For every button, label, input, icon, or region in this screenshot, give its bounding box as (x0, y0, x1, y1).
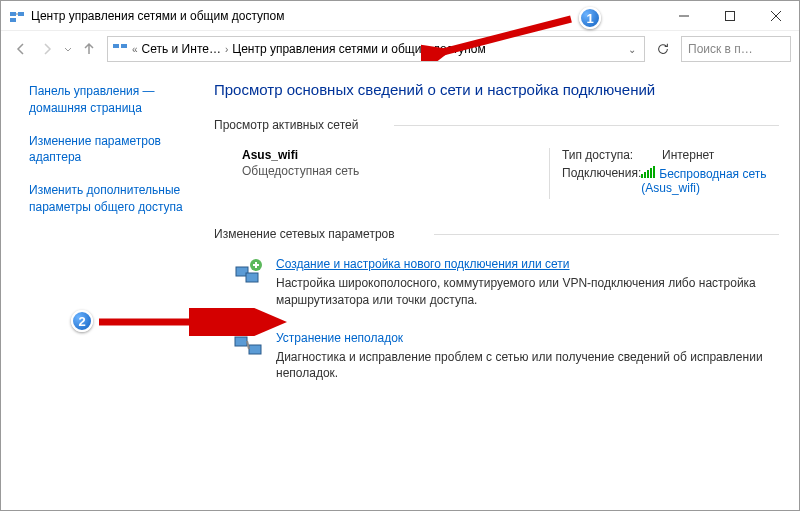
chevron-left-icon: « (132, 44, 138, 55)
maximize-button[interactable] (707, 1, 753, 31)
new-connection-desc: Настройка широкополосного, коммутируемог… (276, 275, 779, 309)
chevron-down-icon[interactable]: ⌄ (624, 44, 640, 55)
network-name: Asus_wifi (242, 148, 549, 162)
svg-line-20 (247, 341, 249, 349)
svg-rect-14 (653, 166, 655, 178)
nav-forward-button[interactable] (35, 37, 59, 61)
svg-rect-5 (726, 11, 735, 20)
connections-label: Подключения: (562, 166, 641, 195)
annotation-arrow-2 (91, 308, 291, 336)
nav-back-button[interactable] (9, 37, 33, 61)
sidebar-item-home[interactable]: Панель управления — домашняя страница (29, 83, 194, 117)
address-bar: « Сеть и Инте… › Центр управления сетями… (1, 31, 799, 67)
app-icon (9, 8, 25, 24)
svg-rect-1 (18, 12, 24, 16)
wifi-signal-icon (641, 166, 655, 181)
sidebar-item-adapter[interactable]: Изменение параметров адаптера (29, 133, 194, 167)
sidebar-item-sharing[interactable]: Изменить дополнительные параметры общего… (29, 182, 194, 216)
section-active-networks: Просмотр активных сетей (214, 118, 779, 132)
svg-rect-8 (113, 44, 119, 48)
annotation-badge-2: 2 (71, 310, 93, 332)
network-type: Общедоступная сеть (242, 164, 549, 178)
breadcrumb-icon (112, 40, 128, 59)
connection-link[interactable]: Беспроводная сеть (Asus_wifi) (641, 167, 766, 195)
minimize-button[interactable] (661, 1, 707, 31)
svg-rect-19 (249, 345, 261, 354)
window-titlebar: Центр управления сетями и общим доступом (1, 1, 799, 31)
svg-rect-9 (121, 44, 127, 48)
access-type-value: Интернет (662, 148, 714, 162)
nav-up-button[interactable] (77, 37, 101, 61)
troubleshoot-desc: Диагностика и исправление проблем с сеть… (276, 349, 779, 383)
new-connection-icon (232, 257, 264, 289)
svg-rect-0 (10, 12, 16, 16)
search-placeholder: Поиск в п… (688, 42, 753, 56)
access-type-label: Тип доступа: (562, 148, 662, 162)
chevron-right-icon: › (225, 44, 228, 55)
svg-rect-13 (650, 168, 652, 178)
close-button[interactable] (753, 1, 799, 31)
main-pane: Просмотр основных сведений о сети и наст… (206, 67, 799, 510)
svg-rect-18 (235, 337, 247, 346)
svg-line-21 (439, 19, 571, 53)
svg-rect-2 (10, 18, 16, 22)
new-connection-link[interactable]: Создание и настройка нового подключения … (276, 257, 570, 271)
refresh-button[interactable] (651, 37, 675, 61)
svg-rect-10 (641, 174, 643, 178)
annotation-arrow-1 (421, 9, 581, 61)
window-controls (661, 1, 799, 31)
page-heading: Просмотр основных сведений о сети и наст… (214, 79, 779, 100)
troubleshoot-link[interactable]: Устранение неполадок (276, 331, 403, 345)
svg-rect-16 (246, 273, 258, 282)
section-change-settings: Изменение сетевых параметров (214, 227, 779, 241)
breadcrumb-item[interactable]: Сеть и Инте… (142, 42, 221, 56)
svg-rect-11 (644, 172, 646, 178)
nav-recent-button[interactable] (61, 37, 75, 61)
search-input[interactable]: Поиск в п… (681, 36, 791, 62)
annotation-badge-1: 1 (579, 7, 601, 29)
svg-rect-12 (647, 170, 649, 178)
network-block: Asus_wifi Общедоступная сеть (242, 148, 549, 199)
sidebar: Панель управления — домашняя страница Из… (1, 67, 206, 510)
